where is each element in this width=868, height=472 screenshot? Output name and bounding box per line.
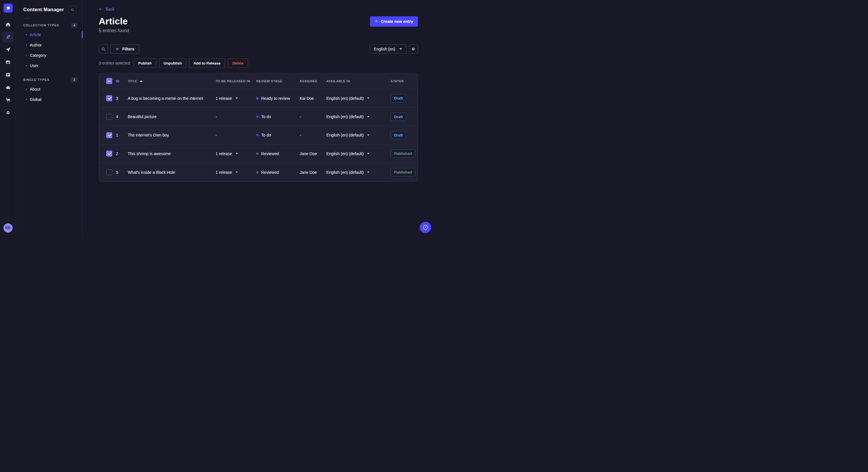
cell-assignee: - (300, 114, 327, 119)
cell-status: Published (391, 168, 415, 176)
review-stage-dot-icon (256, 97, 259, 100)
paper-plane-icon (5, 47, 11, 53)
user-avatar[interactable]: KD (3, 224, 12, 233)
sidebar-item-label: User (30, 63, 38, 68)
caret-down-icon (367, 171, 369, 173)
caret-down-icon (367, 153, 369, 154)
table-row[interactable]: 4 Beautiful picture - To do - English (e… (99, 107, 417, 126)
back-link[interactable]: Back (99, 7, 115, 11)
main-content: Back Article 5 entries found + Create ne… (83, 0, 434, 236)
plus-icon: + (375, 19, 378, 24)
rail-item-marketplace[interactable] (2, 94, 14, 106)
locale-dropdown[interactable]: English (en) (default) (327, 170, 391, 175)
row-checkbox[interactable] (106, 95, 112, 101)
table-body: 3 A bug is becoming a meme on the intern… (99, 89, 417, 181)
selection-actions-row: 3 entries selected Publish Unpublish Add… (99, 59, 418, 68)
sidebar-item-list: About Global (16, 84, 82, 105)
publish-button[interactable]: Publish (134, 59, 156, 68)
locale-dropdown[interactable]: English (en) (default) (327, 133, 391, 137)
unpublish-button[interactable]: Unpublish (159, 59, 187, 68)
cell-title: The internet's Own boy (128, 133, 216, 137)
content-type-builder-icon (5, 72, 11, 78)
cell-id: 1 (116, 133, 128, 137)
sidebar-section-header: SINGLE TYPES 2 (16, 77, 82, 82)
search-button[interactable] (99, 44, 108, 54)
cell-review-stage: To do (256, 114, 300, 119)
sidebar-section-label: COLLECTION TYPES (23, 24, 59, 27)
cell-review-stage: Ready to review (256, 96, 300, 101)
filter-icon (115, 47, 119, 51)
sidebar-item-author[interactable]: Author (16, 40, 82, 50)
delete-button[interactable]: Delete (228, 59, 248, 68)
sidebar-section-single-types: SINGLE TYPES 2 About Global (16, 77, 82, 105)
entries-count-text: 5 entries found (99, 28, 418, 33)
cell-release: - (216, 114, 256, 119)
table-row[interactable]: 3 A bug is becoming a meme on the intern… (99, 89, 417, 107)
rail-item-content-manager[interactable] (2, 31, 14, 43)
locale-dropdown[interactable]: English (en) (default) (327, 96, 391, 101)
rail-item-releases[interactable] (2, 44, 14, 55)
cell-status: Draft (391, 94, 413, 102)
row-checkbox[interactable] (106, 132, 112, 138)
row-checkbox[interactable] (106, 150, 112, 157)
table-row[interactable]: 2 This shrimp is awesome 1 release Revie… (99, 144, 417, 163)
rail-nav-items (2, 19, 14, 119)
column-header-title[interactable]: TITLE (128, 79, 216, 83)
locale-selected-value: English (en) (374, 47, 395, 51)
sidebar-item-label: About (30, 87, 40, 92)
sort-ascending-icon (140, 80, 143, 82)
list-settings-button[interactable] (409, 44, 418, 54)
rail-item-settings[interactable] (2, 107, 14, 119)
caret-down-icon (236, 153, 238, 154)
locale-dropdown[interactable]: English (en) (default) (327, 151, 391, 156)
table-row[interactable]: 1 The internet's Own boy - To do - Engli… (99, 126, 417, 144)
row-checkbox[interactable] (106, 169, 112, 175)
locale-dropdown[interactable]: English (en) (default) (327, 114, 391, 119)
sidebar-item-user[interactable]: User (16, 61, 82, 71)
sidebar-item-about[interactable]: About (16, 84, 82, 94)
create-new-entry-button[interactable]: + Create new entry (370, 16, 418, 27)
sidebar-search-button[interactable] (69, 6, 76, 14)
cell-review-stage: Reviewed (256, 170, 300, 175)
caret-down-icon (367, 134, 369, 136)
select-all-checkbox[interactable] (106, 78, 112, 84)
filters-button[interactable]: Filters (110, 44, 139, 54)
release-dropdown[interactable]: 1 release (216, 151, 256, 156)
strapi-logo[interactable] (3, 3, 12, 12)
row-checkbox[interactable] (106, 114, 112, 120)
caret-down-icon (367, 98, 369, 99)
status-badge: Draft (391, 131, 406, 139)
bullet-icon (26, 99, 27, 100)
rail-footer: KD (0, 220, 16, 236)
caret-down-icon (367, 116, 369, 117)
status-badge: Published (391, 168, 415, 176)
gear-icon (411, 46, 416, 52)
bullet-icon (26, 89, 27, 90)
status-badge: Published (391, 149, 415, 158)
add-to-release-button[interactable]: Add to Release (189, 59, 225, 68)
cell-id: 4 (116, 114, 128, 119)
help-button[interactable]: ? (420, 222, 431, 233)
release-dropdown[interactable]: 1 release (216, 96, 256, 101)
release-dropdown[interactable]: 1 release (216, 170, 256, 175)
sidebar-item-global[interactable]: Global (16, 94, 82, 105)
cell-title: What's inside a Black Hole (128, 170, 216, 175)
sidebar-item-article[interactable]: Article (16, 30, 82, 40)
sidebar-section-header: COLLECTION TYPES 4 (16, 23, 82, 28)
active-indicator (82, 31, 83, 38)
sidebar-sections: COLLECTION TYPES 4 Article Author Catego… (16, 23, 82, 105)
locale-select[interactable]: English (en) (369, 44, 406, 54)
search-icon (101, 47, 106, 52)
rail-item-media-library[interactable] (2, 57, 14, 68)
entries-table-panel: ID TITLE TO BE RELEASED IN REVIEW STAGE … (99, 73, 418, 182)
status-badge: Draft (391, 94, 406, 102)
rail-item-content-type-builder[interactable] (2, 69, 14, 80)
rail-item-home[interactable] (2, 19, 14, 30)
svg-text:?: ? (425, 226, 426, 229)
bulk-action-buttons: Publish Unpublish Add to Release Delete (134, 59, 248, 68)
section-count-badge: 2 (71, 77, 77, 82)
back-label: Back (105, 7, 115, 11)
rail-item-deploy[interactable] (2, 82, 14, 93)
table-row[interactable]: 5 What's inside a Black Hole 1 release R… (99, 163, 417, 181)
sidebar-item-category[interactable]: Category (16, 50, 82, 61)
